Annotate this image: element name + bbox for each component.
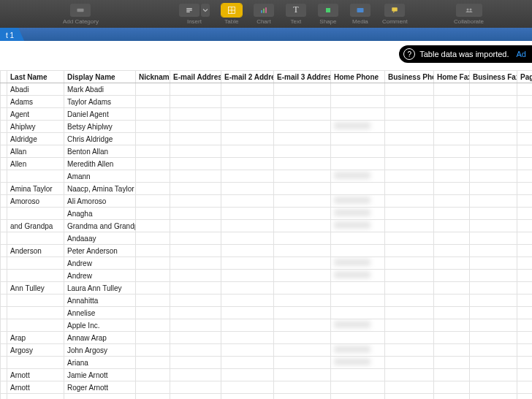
cell[interactable]: [274, 257, 331, 270]
cell[interactable]: [434, 381, 470, 394]
cell[interactable]: [434, 183, 470, 195]
cell[interactable]: [470, 294, 517, 307]
cell[interactable]: [331, 208, 385, 220]
cell[interactable]: [136, 357, 170, 369]
table-row[interactable]: AldridgeChris Aldridge: [1, 133, 533, 145]
cell[interactable]: [136, 208, 170, 220]
cell[interactable]: [221, 121, 274, 133]
cell[interactable]: [470, 96, 517, 108]
cell[interactable]: [470, 307, 517, 319]
cell[interactable]: [517, 369, 533, 381]
cell[interactable]: [385, 208, 434, 220]
cell[interactable]: [331, 183, 385, 195]
cell[interactable]: [136, 307, 170, 319]
cell[interactable]: [434, 294, 470, 307]
cell[interactable]: [136, 332, 170, 344]
table-row[interactable]: Annelise: [1, 307, 533, 319]
cell[interactable]: [470, 232, 517, 245]
cell[interactable]: [470, 108, 517, 121]
cell[interactable]: Meredith Allen: [64, 158, 136, 170]
cell[interactable]: [136, 270, 170, 282]
cell[interactable]: [385, 145, 434, 158]
cell[interactable]: [331, 294, 385, 307]
cell[interactable]: [170, 208, 221, 220]
cell[interactable]: [7, 208, 64, 220]
cell[interactable]: [385, 170, 434, 183]
cell[interactable]: [274, 369, 331, 381]
table-row[interactable]: Annahitta: [1, 294, 533, 307]
cell[interactable]: Benton Allan: [64, 145, 136, 158]
media-button[interactable]: Media: [346, 4, 375, 25]
cell[interactable]: [221, 145, 274, 158]
cell[interactable]: [221, 369, 274, 381]
cell[interactable]: [331, 232, 385, 245]
cell[interactable]: [385, 195, 434, 208]
cell[interactable]: [221, 319, 274, 332]
cell[interactable]: [517, 245, 533, 257]
cell[interactable]: [170, 369, 221, 381]
cell[interactable]: [385, 282, 434, 294]
cell[interactable]: [470, 357, 517, 369]
cell[interactable]: [136, 282, 170, 294]
cell[interactable]: [331, 307, 385, 319]
column-header[interactable]: Business Fax: [470, 71, 517, 83]
cell[interactable]: [170, 294, 221, 307]
cell[interactable]: [331, 170, 385, 183]
cell[interactable]: [470, 195, 517, 208]
cell[interactable]: [517, 208, 533, 220]
cell[interactable]: Amoroso: [7, 195, 64, 208]
cell[interactable]: [136, 183, 170, 195]
cell[interactable]: [136, 394, 170, 400]
table-row[interactable]: AllanBenton Allan: [1, 145, 533, 158]
cell[interactable]: [385, 344, 434, 357]
cell[interactable]: [385, 232, 434, 245]
table-row[interactable]: AhiplwyBetsy Ahiplwy: [1, 121, 533, 133]
cell[interactable]: [331, 195, 385, 208]
cell[interactable]: [331, 394, 385, 400]
table-row[interactable]: ArnottRoger Arnott: [1, 381, 533, 394]
table-row[interactable]: AllenMeredith Allen: [1, 158, 533, 170]
cell[interactable]: [434, 195, 470, 208]
cell[interactable]: [170, 232, 221, 245]
cell[interactable]: [470, 158, 517, 170]
cell[interactable]: [136, 195, 170, 208]
cell[interactable]: [434, 245, 470, 257]
cell[interactable]: [170, 121, 221, 133]
shape-button[interactable]: Shape: [314, 4, 343, 25]
cell[interactable]: [434, 357, 470, 369]
cell[interactable]: [470, 394, 517, 400]
cell[interactable]: [385, 294, 434, 307]
cell[interactable]: Amina Taylor: [7, 183, 64, 195]
cell[interactable]: [385, 257, 434, 270]
cell[interactable]: [7, 307, 64, 319]
cell[interactable]: [274, 220, 331, 232]
cell[interactable]: [7, 357, 64, 369]
cell[interactable]: [170, 319, 221, 332]
cell[interactable]: [434, 394, 470, 400]
table-row[interactable]: Andaaay: [1, 232, 533, 245]
cell[interactable]: [385, 245, 434, 257]
cell[interactable]: [136, 83, 170, 96]
cell[interactable]: [136, 344, 170, 357]
cell[interactable]: [221, 220, 274, 232]
cell[interactable]: [274, 158, 331, 170]
cell[interactable]: [434, 257, 470, 270]
cell[interactable]: [136, 158, 170, 170]
cell[interactable]: [64, 394, 136, 400]
column-header[interactable]: Business Phone: [385, 71, 434, 83]
cell[interactable]: Agent: [7, 108, 64, 121]
cell[interactable]: [385, 96, 434, 108]
cell[interactable]: and Grandpa: [7, 220, 64, 232]
cell[interactable]: [274, 145, 331, 158]
cell[interactable]: [470, 245, 517, 257]
cell[interactable]: John Argosy: [64, 344, 136, 357]
cell[interactable]: [274, 83, 331, 96]
cell[interactable]: [470, 282, 517, 294]
cell[interactable]: [274, 344, 331, 357]
cell[interactable]: [136, 369, 170, 381]
cell[interactable]: Andaaay: [64, 232, 136, 245]
cell[interactable]: [274, 381, 331, 394]
cell[interactable]: Arap: [7, 332, 64, 344]
cell[interactable]: Daniel Agent: [64, 108, 136, 121]
cell[interactable]: [7, 270, 64, 282]
